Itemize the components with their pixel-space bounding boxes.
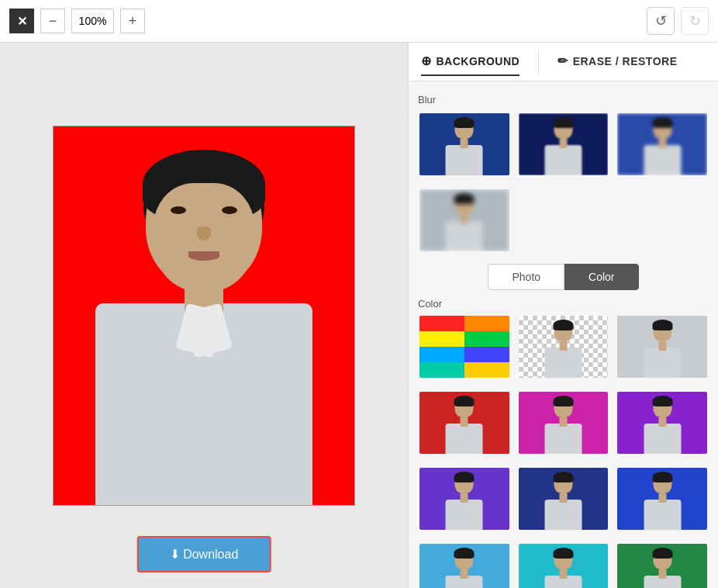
toggle-color-button[interactable]: Color [564, 264, 638, 290]
mini-person-t2 [641, 320, 684, 378]
redo-button[interactable]: ↻ [681, 7, 709, 35]
toggle-container: Photo Color [418, 264, 709, 290]
color-thumb-palette[interactable] [418, 314, 511, 379]
right-panel: ⊕ BACKGROUND ✏ ERASE / RESTORE Blur [408, 43, 718, 588]
person-figure [72, 140, 336, 505]
mini-body-3 [644, 145, 681, 175]
magenta-preview [519, 392, 609, 454]
blur-preview-2 [519, 113, 609, 175]
red-preview [419, 392, 509, 454]
blur-section-label: Blur [418, 94, 709, 105]
zoom-in-button[interactable]: + [120, 9, 145, 33]
tab-background[interactable]: ⊕ BACKGROUND [421, 47, 520, 76]
undo-button[interactable]: ↺ [647, 7, 675, 35]
mini-hair-3 [652, 117, 672, 128]
mini-person-1 [443, 117, 485, 175]
mini-body-1 [446, 145, 483, 175]
download-button[interactable]: ⬇ Download [137, 536, 271, 572]
color-thumb-row-1 [418, 314, 709, 379]
swatch-r3c2 [464, 347, 509, 362]
mini-hair-t2 [652, 320, 672, 330]
mini-hair-1 [454, 117, 475, 128]
mini-person-3 [641, 117, 684, 175]
transparent-preview [519, 316, 609, 378]
blur-thumb-grid [418, 112, 709, 177]
mini-person-t1 [542, 320, 585, 378]
download-area: ⬇ Download [137, 536, 271, 572]
navy-preview [519, 468, 609, 530]
blur-thumb-2[interactable] [517, 112, 610, 177]
close-button[interactable]: ✕ [9, 9, 34, 33]
main-content: ⬇ Download ⊕ BACKGROUND ✏ ERASE / RESTOR… [0, 43, 718, 588]
mini-neck-3 [658, 139, 666, 148]
mini-neck-2 [559, 139, 567, 148]
mini-person-r2-1 [443, 396, 485, 454]
image-container [53, 126, 355, 506]
swatch-r1c1 [419, 316, 464, 331]
royalblue-preview [617, 468, 707, 530]
color-section-label: Color [418, 298, 709, 310]
blur-preview-3 [617, 113, 707, 175]
swatch-r2c1 [419, 331, 464, 347]
portrait-photo [53, 126, 355, 506]
blur-thumb-4[interactable] [418, 188, 511, 253]
mini-body-t1 [544, 348, 582, 378]
zoom-value: 100% [71, 9, 114, 33]
tab-erase[interactable]: ✏ ERASE / RESTORE [557, 47, 677, 76]
mini-body-t2 [644, 348, 681, 378]
mini-hair-t1 [553, 320, 573, 330]
color-thumb-white[interactable] [616, 314, 709, 379]
swatch-r4c2 [464, 362, 509, 378]
panel-content[interactable]: Blur [409, 81, 718, 588]
eye-left [171, 206, 186, 214]
mouth [188, 251, 219, 261]
lightblue-preview [419, 544, 509, 588]
cyan-preview [519, 544, 609, 588]
color-thumb-purple2[interactable] [418, 466, 511, 531]
panel-header: ⊕ BACKGROUND ✏ ERASE / RESTORE [409, 43, 718, 81]
layers-icon: ⊕ [421, 54, 432, 68]
mini-body-2 [544, 145, 582, 175]
mini-person-2 [542, 117, 585, 175]
color-thumb-row-2 [418, 390, 709, 455]
face [154, 183, 254, 292]
color-thumb-cyan[interactable] [517, 542, 610, 588]
mini-neck-1 [461, 139, 468, 148]
swatch-r1c2 [464, 316, 509, 331]
blur-preview-4 [419, 189, 509, 251]
mini-person-r2-3 [641, 396, 684, 454]
palette-swatch-container [419, 316, 509, 378]
color-thumb-navy[interactable] [517, 466, 610, 531]
eraser-icon: ✏ [557, 54, 568, 68]
blur-preview-1 [419, 113, 509, 175]
canvas-area: ⬇ Download [0, 43, 408, 588]
purple2-preview [419, 468, 509, 530]
color-thumb-magenta[interactable] [517, 390, 610, 455]
color-thumb-red[interactable] [418, 390, 511, 455]
mini-hair-4 [454, 193, 475, 204]
mini-neck-4 [461, 215, 468, 224]
color-thumb-transparent[interactable] [517, 314, 610, 379]
zoom-out-button[interactable]: − [40, 9, 65, 33]
nose [197, 227, 211, 240]
mini-body-4 [446, 221, 483, 251]
tab-background-label: BACKGROUND [437, 55, 520, 67]
mini-hair-2 [553, 117, 573, 128]
blur-thumb-3[interactable] [616, 112, 709, 177]
color-thumb-green[interactable] [616, 542, 709, 588]
white-preview [617, 316, 707, 378]
eye-right [222, 206, 237, 214]
color-thumb-royalblue[interactable] [616, 466, 709, 531]
color-thumb-purple[interactable] [616, 390, 709, 455]
toggle-photo-button[interactable]: Photo [488, 264, 564, 290]
palette-grid [419, 316, 509, 378]
color-thumb-lightblue[interactable] [418, 542, 511, 588]
mini-person-4 [443, 193, 485, 251]
toolbar-left: ✕ − 100% + [9, 9, 145, 33]
blur-thumb-1[interactable] [418, 112, 511, 177]
toolbar: ✕ − 100% + ↺ ↻ [0, 0, 718, 43]
green-preview [617, 544, 707, 588]
purple-preview [617, 392, 707, 454]
swatch-r4c1 [419, 362, 464, 378]
swatch-r3c1 [419, 347, 464, 362]
